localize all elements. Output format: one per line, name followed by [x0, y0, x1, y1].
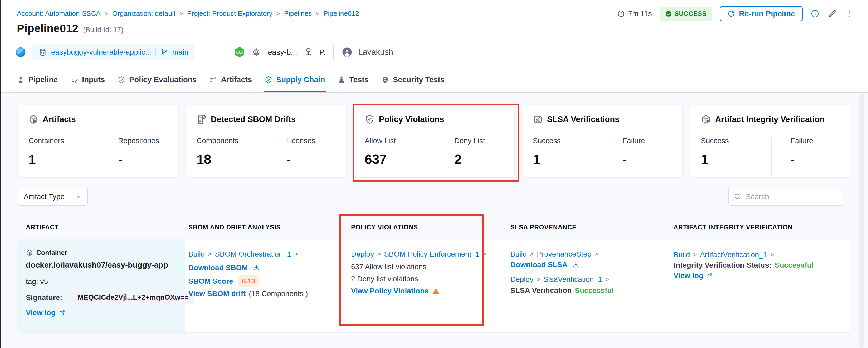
breadcrumb-project[interactable]: Project: Product Exploratory: [187, 9, 273, 18]
repo-branch-pill[interactable]: easybuggy-vulnerable-applic... main: [32, 44, 194, 60]
harness-ci-icon: [234, 47, 245, 58]
artifact-type-select[interactable]: Artifact Type: [18, 188, 88, 206]
external-link-icon: [707, 272, 713, 279]
stat-label: Success: [701, 137, 771, 145]
card-artifact-integrity: Artifact Integrity Verification Success1…: [690, 105, 850, 177]
chevron-right-icon: [536, 276, 540, 283]
status-badge: SUCCESS: [660, 7, 712, 21]
stat-value: 2: [454, 152, 485, 167]
col-header-sbom: SBOM AND DRIFT ANALYSIS: [188, 224, 281, 231]
tab-policy-evaluations[interactable]: Policy Evaluations: [118, 67, 196, 92]
breadcrumb-account[interactable]: Account: Automation-SSCA: [17, 9, 101, 18]
card-title: SLSA Verifications: [547, 115, 620, 124]
chevron-right-icon: [180, 10, 183, 18]
policy-step-crumb: Deploy SBOM Policy Enforcement_1: [351, 250, 487, 258]
card-policy-violations: Policy Violations Allow List637 Deny Lis…: [354, 105, 515, 177]
breadcrumb-organization[interactable]: Organization: default: [112, 9, 176, 18]
rerun-pipeline-label: Re-run Pipeline: [739, 9, 795, 18]
breadcrumb-pipelines[interactable]: Pipelines: [284, 9, 312, 18]
breadcrumb-pipeline012[interactable]: Pipeline012: [323, 9, 359, 18]
refresh-icon: [727, 10, 735, 18]
provenance-step-crumb: Build ProvenanceStep: [510, 250, 598, 258]
supply-chain-shield-icon: [265, 76, 273, 84]
stage-link[interactable]: Deploy: [510, 275, 533, 284]
stage-link[interactable]: Build: [510, 250, 527, 258]
artifact-type-label: Container: [36, 249, 67, 257]
more-options-icon[interactable]: [845, 9, 854, 18]
repo-name[interactable]: easybuggy-vulnerable-applic...: [51, 48, 151, 56]
stat-value: 637: [365, 152, 435, 167]
shield-check-icon: [118, 76, 125, 84]
clock-icon: [617, 10, 625, 18]
card-artifacts: Artifacts Containers1 Repositories-: [18, 105, 178, 177]
cube-icon: [701, 114, 711, 124]
vertical-scrollbar[interactable]: [859, 93, 864, 348]
repository-icon: [38, 48, 47, 56]
search-box: [728, 188, 843, 206]
col-header-integrity: ARTIFACT INTEGRITY VERIFICATION: [674, 224, 793, 231]
view-sbom-drift-link[interactable]: View SBOM drift: [188, 289, 246, 298]
stat-label: Containers: [28, 137, 98, 145]
info-icon[interactable]: [811, 9, 819, 18]
slsa-icon: [533, 114, 543, 124]
signature-value[interactable]: MEQCICde2Vjl...L+2+mqnOXw==: [72, 291, 194, 304]
download-sbom[interactable]: Download SBOM: [188, 264, 260, 272]
search-input[interactable]: [745, 192, 831, 201]
artifact-signature: Signature: MEQCICde2Vjl...L+2+mqnOXw==: [26, 291, 194, 304]
download-slsa[interactable]: Download SLSA: [510, 260, 580, 269]
step-link[interactable]: ArtifactVerification_1: [700, 251, 767, 259]
stat-value: -: [790, 152, 813, 167]
slsa-verification-crumb: Deploy SlsaVerification_1: [510, 275, 609, 284]
artifact-view-log[interactable]: View log: [26, 309, 66, 317]
download-icon: [253, 264, 260, 271]
step-link[interactable]: ProvenanceStep: [537, 250, 591, 258]
tab-pipeline[interactable]: Pipeline: [17, 67, 58, 92]
artifact-tag: tag: v5: [26, 277, 48, 286]
edit-pipeline-icon[interactable]: [828, 9, 837, 19]
trigger-abbrev[interactable]: P.: [319, 48, 326, 57]
step-link[interactable]: SlsaVerification_1: [544, 275, 602, 284]
trigger-pipeline-name[interactable]: easy-b...: [268, 48, 297, 57]
page-title: Pipeline012: [17, 22, 78, 35]
breadcrumb: Account: Automation-SSCA Organization: d…: [17, 9, 359, 18]
step-link[interactable]: SBOM Orchestration_1: [215, 250, 291, 258]
meta-divider: [333, 45, 334, 60]
chevron-right-icon: [294, 251, 298, 258]
integrity-verification-status: Integrity Verification Status: Successfu…: [674, 261, 814, 269]
tab-tests[interactable]: Tests: [338, 67, 369, 92]
tab-artifacts[interactable]: Artifacts: [209, 67, 252, 92]
pipeline-title-row: Pipeline012 (Build Id: 17): [17, 22, 123, 35]
integrity-view-log[interactable]: View log: [674, 271, 713, 280]
duration-text: 7m 11s: [628, 9, 652, 18]
step-link[interactable]: SBOM Policy Enforcement_1: [384, 250, 479, 258]
view-policy-violations[interactable]: View Policy Violations: [351, 287, 440, 295]
tab-security-tests[interactable]: Security Tests: [381, 67, 444, 92]
gear-icon: [251, 47, 261, 57]
chevron-right-icon: [483, 251, 487, 258]
chevron-right-icon: [530, 251, 534, 258]
tab-label: Tests: [349, 76, 369, 84]
rerun-pipeline-button[interactable]: Re-run Pipeline: [720, 6, 803, 21]
stat-value: -: [118, 152, 159, 167]
chevron-down-icon: [75, 193, 82, 200]
sbom-score-label[interactable]: SBOM Score: [188, 277, 233, 286]
stat-value: 1: [533, 152, 603, 167]
stage-link[interactable]: Build: [188, 250, 205, 258]
status-successful: Successful: [775, 261, 814, 269]
stage-link[interactable]: Build: [674, 251, 690, 259]
drift-components-count: (18 Components ): [249, 289, 308, 298]
sbom-step-crumb: Build SBOM Orchestration_1: [188, 250, 298, 258]
card-title: Artifacts: [43, 115, 76, 124]
execution-duration: 7m 11s: [617, 9, 652, 18]
tab-inputs[interactable]: Inputs: [70, 67, 105, 92]
chevron-right-icon: [693, 251, 697, 258]
card-title: Detected SBOM Drifts: [211, 115, 296, 124]
slsa-verification-status: SLSA Verification Successful: [510, 286, 614, 295]
stage-link[interactable]: Deploy: [351, 250, 374, 258]
stat-value: 1: [701, 152, 771, 167]
stat-value: -: [622, 152, 645, 167]
chevron-right-icon: [104, 10, 108, 18]
tab-supply-chain[interactable]: Supply Chain: [265, 67, 325, 92]
sbom-document-icon: [196, 114, 207, 124]
branch-name[interactable]: main: [172, 48, 188, 56]
